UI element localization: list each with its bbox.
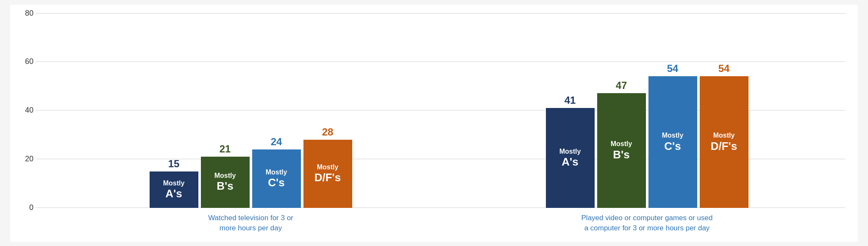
- bar-label-top-mostly-cs-games: Mostly: [662, 131, 684, 139]
- bar-label-top-mostly-bs-tv: Mostly: [214, 171, 236, 180]
- bar-label-top-mostly-bs-games: Mostly: [611, 140, 632, 148]
- bar-value-mostly-cs-games: 54: [667, 63, 679, 75]
- bars-section: 15MostlyA's21MostlyB's24MostlyC's28Mostl…: [36, 13, 845, 208]
- bar-label-top-mostly-dfs-tv: Mostly: [317, 163, 339, 171]
- bar-wrapper-mostly-bs-games: 47MostlyB's: [597, 13, 646, 208]
- bar-label-bottom-mostly-cs-tv: C's: [268, 176, 284, 189]
- bar-wrapper-mostly-cs-games: 54MostlyC's: [648, 13, 697, 208]
- bar-wrapper-mostly-bs-tv: 21MostlyB's: [201, 13, 250, 208]
- bar-label-bottom-mostly-as-tv: A's: [165, 187, 182, 200]
- tick-label: 20: [17, 155, 33, 163]
- tick-label: 60: [17, 57, 33, 66]
- bars-row-games: 41MostlyA's47MostlyB's54MostlyC's54Mostl…: [546, 13, 748, 208]
- bar-label-top-mostly-dfs-games: Mostly: [713, 131, 735, 139]
- bar-value-mostly-bs-games: 47: [616, 80, 627, 91]
- bar-label-bottom-mostly-as-games: A's: [562, 155, 578, 169]
- chart-container: 806040200 15MostlyA's21MostlyB's24Mostly…: [10, 5, 858, 242]
- y-axis-label: [10, 13, 36, 233]
- bar-value-mostly-as-tv: 15: [168, 158, 180, 170]
- bar-value-mostly-dfs-tv: 28: [322, 126, 334, 138]
- group-label-tv: Watched television for 3 ormore hours pe…: [53, 208, 449, 233]
- group-label-games: Played video or computer games or useda …: [449, 208, 845, 233]
- bar-wrapper-mostly-as-games: 41MostlyA's: [546, 13, 595, 208]
- bar-label-bottom-mostly-cs-games: C's: [664, 140, 681, 153]
- group-labels: Watched television for 3 ormore hours pe…: [53, 208, 845, 233]
- bar-value-mostly-as-games: 41: [565, 94, 576, 106]
- bar-label-bottom-mostly-dfs-tv: D/F's: [314, 171, 341, 184]
- bar-value-mostly-dfs-games: 54: [718, 63, 730, 75]
- bar-wrapper-mostly-as-tv: 15MostlyA's: [150, 13, 198, 208]
- bars-row-tv: 15MostlyA's21MostlyB's24MostlyC's28Mostl…: [150, 13, 352, 208]
- bar-wrapper-mostly-cs-tv: 24MostlyC's: [252, 13, 301, 208]
- bar-value-mostly-cs-tv: 24: [271, 136, 282, 148]
- chart-group-tv: 15MostlyA's21MostlyB's24MostlyC's28Mostl…: [53, 13, 449, 208]
- bar-label-bottom-mostly-dfs-games: D/F's: [711, 140, 737, 153]
- bar-label-bottom-mostly-bs-tv: B's: [217, 180, 233, 193]
- tick-label: 40: [17, 106, 33, 115]
- tick-label: 0: [17, 203, 33, 212]
- bar-label-top-mostly-as-games: Mostly: [559, 147, 581, 155]
- chart-group-games: 41MostlyA's47MostlyB's54MostlyC's54Mostl…: [449, 13, 845, 208]
- bar-wrapper-mostly-dfs-tv: 28MostlyD/F's: [303, 13, 352, 208]
- grid-and-bars: 806040200 15MostlyA's21MostlyB's24Mostly…: [36, 13, 845, 208]
- bar-label-top-mostly-as-tv: Mostly: [163, 179, 185, 187]
- bar-value-mostly-bs-tv: 21: [220, 143, 231, 155]
- chart-area: 806040200 15MostlyA's21MostlyB's24Mostly…: [36, 13, 845, 233]
- bar-label-top-mostly-cs-tv: Mostly: [266, 168, 287, 176]
- bar-wrapper-mostly-dfs-games: 54MostlyD/F's: [700, 13, 748, 208]
- tick-label: 80: [17, 9, 33, 18]
- bar-label-bottom-mostly-bs-games: B's: [613, 148, 629, 161]
